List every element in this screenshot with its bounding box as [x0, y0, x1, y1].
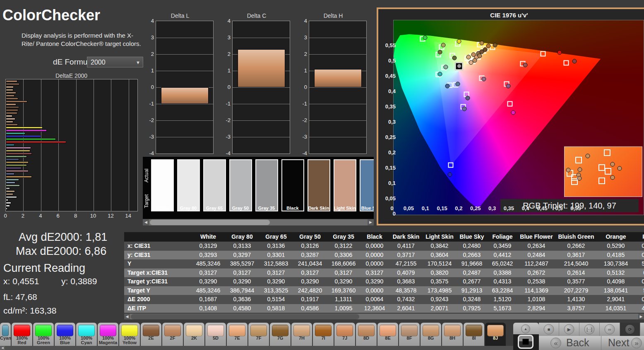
patch-tile-100Magenta[interactable]: 100% Magenta: [98, 323, 118, 346]
gridline: [23, 79, 24, 211]
cie-y-tick: 0,55: [385, 42, 396, 48]
cie-x-tick: 0,5: [555, 205, 562, 211]
gridline: [156, 54, 213, 55]
patch-tile-100Cyan[interactable]: 100% Cyan: [76, 323, 97, 346]
deltae-bar: [6, 135, 41, 137]
play-button[interactable]: ▶: [559, 323, 579, 336]
stop-icon: ■: [544, 324, 554, 335]
patch-tile-7F[interactable]: 7F: [248, 323, 269, 346]
table-cell: 0,5818: [259, 304, 293, 313]
next-button[interactable]: Next »: [601, 336, 644, 350]
table-cell: 0,3290: [327, 277, 360, 286]
target-square-marker: [448, 162, 454, 168]
swatch-gray-80: [177, 159, 200, 211]
patch-tile-Cyan[interactable]: Cyan: [0, 323, 11, 346]
window-icon: [523, 339, 529, 345]
extra-button[interactable]: [640, 323, 644, 336]
table-scrollbar[interactable]: ◀ ▶: [124, 314, 644, 319]
patch-tile-100Yellow[interactable]: 100% Yellow: [119, 323, 140, 346]
patch-tile-100Red[interactable]: 100% Red: [12, 323, 32, 346]
patch-tile-label: 7H: [291, 336, 312, 340]
patch-tile-8D[interactable]: 8D: [356, 323, 377, 346]
patch-tile-7E[interactable]: 7E: [227, 323, 248, 346]
tile-scrollbar[interactable]: ◀: [0, 346, 513, 350]
x-tick-label: 4: [39, 213, 42, 219]
swatch-strip: Actual Target WhiteGray 80Gray 65Gray 50…: [143, 157, 374, 219]
gridline: [309, 120, 366, 121]
pattern-window-button[interactable]: [518, 335, 533, 349]
page-description: Display analysis is performed with the X…: [22, 31, 146, 48]
gridline: [233, 87, 290, 88]
patch-tile-5D[interactable]: 5D: [205, 323, 226, 346]
scrollbar-thumb[interactable]: [150, 220, 270, 225]
patch-tile-2E[interactable]: 2E: [141, 323, 161, 346]
inset-square-marker: [605, 168, 611, 175]
table-row: x: CIE310,31290,31330,31360,31260,31220,…: [124, 242, 644, 251]
measured-dot-marker: [452, 56, 457, 60]
cie-y-tick: 0,25: [385, 134, 396, 140]
stop-button[interactable]: ■: [539, 323, 559, 336]
de-formula-dropdown[interactable]: 2000 ▼: [87, 57, 143, 67]
table-cell: 0,2538: [517, 277, 555, 286]
y-tick-label: 3: [299, 34, 307, 41]
refresh-button[interactable]: ⟳: [620, 323, 640, 336]
table-row: Target y:CIE310,32900,32900,32900,32900,…: [124, 277, 644, 286]
back-button[interactable]: « Back: [539, 336, 601, 350]
patch-tile-7I[interactable]: 7I: [313, 323, 334, 346]
scroll-right-icon[interactable]: ▶: [368, 219, 374, 225]
continuous-button[interactable]: ∞: [600, 323, 620, 336]
table-cell: 0,3133: [225, 242, 259, 251]
scrollbar-thumb[interactable]: [131, 314, 359, 319]
patch-tile-100Green[interactable]: 100% Green: [33, 323, 54, 346]
patch-tile-8E[interactable]: 8E: [377, 323, 398, 346]
patch-tile-7J[interactable]: 7J: [334, 323, 355, 346]
patch-tile-7H[interactable]: 7H: [291, 323, 312, 346]
patch-tile-8G[interactable]: 8G: [421, 323, 441, 346]
scroll-left-icon[interactable]: ◀: [124, 314, 130, 319]
scroll-right-icon[interactable]: ▶: [638, 314, 644, 319]
swatch-gray-50: [229, 159, 252, 211]
patch-tile-7G[interactable]: 7G: [270, 323, 291, 346]
column-header: Pur: [635, 232, 644, 242]
patch-tile-label: 8G: [421, 336, 441, 340]
swatch-scrollbar[interactable]: ◀ ▶: [143, 219, 374, 225]
loop-range-button[interactable]: [··]: [579, 323, 600, 336]
patch-color-chip: [229, 325, 245, 336]
gridline: [309, 137, 366, 137]
x-tick-label: 14: [125, 213, 131, 219]
deltae-bar: [6, 95, 14, 97]
y-tick-label: 4: [222, 18, 231, 24]
patch-tile-8I[interactable]: 8I: [464, 323, 484, 346]
target-square-marker: [540, 51, 545, 56]
deltae-bar: [6, 170, 29, 172]
patch-tile-8J[interactable]: 8J: [485, 323, 506, 346]
patch-tile-100Blue[interactable]: 100% Blue: [55, 323, 75, 346]
deltae-bar: [6, 182, 15, 184]
avg-de2000: Avg dE2000: 1,81: [19, 231, 107, 244]
pattern-up-button[interactable]: ▲: [521, 324, 530, 333]
inset-dot-marker: [610, 175, 615, 180]
measured-dot-marker: [441, 43, 445, 48]
patch-color-chip: [358, 325, 375, 336]
patch-tile-2F[interactable]: 2F: [162, 323, 183, 346]
swatch-label: Gray 65: [202, 206, 227, 211]
scroll-left-icon[interactable]: ◀: [143, 219, 149, 225]
y-tick-label: -4: [146, 150, 154, 156]
delta-bar: [314, 69, 362, 87]
patch-tile-8F[interactable]: 8F: [399, 323, 420, 346]
table-cell: 0,3126: [293, 242, 327, 251]
table-cell: 0,20: [635, 242, 644, 251]
patch-tile-label: 8H: [442, 336, 463, 340]
table-row: Target Y485,3246386,7944313,3525242,4820…: [124, 286, 644, 295]
cie-y-tick: 0,3: [388, 119, 396, 125]
delta-bar: [161, 87, 209, 104]
measured-dot-marker: [557, 50, 562, 55]
table-cell: 0,0000: [360, 242, 389, 251]
deltae-bar: [6, 196, 17, 198]
scroll-left-icon[interactable]: ◀: [0, 346, 5, 350]
patch-tile-8H[interactable]: 8H: [442, 323, 463, 346]
table-cell: 0,2634: [517, 242, 555, 251]
gridline: [58, 79, 59, 211]
y-tick-label: -3: [222, 134, 231, 140]
patch-tile-2K[interactable]: 2K: [184, 323, 204, 346]
